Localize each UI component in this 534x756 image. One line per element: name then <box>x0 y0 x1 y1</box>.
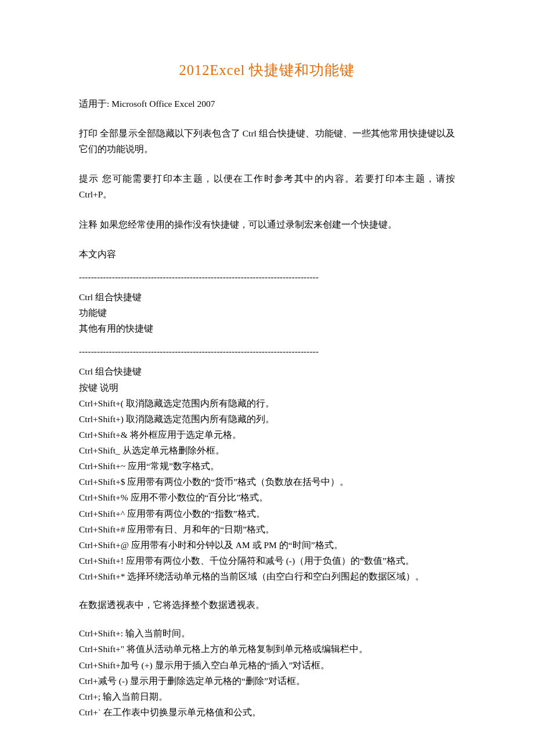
shortcut-row: Ctrl+Shift+) 取消隐藏选定范围内所有隐藏的列。 <box>79 411 455 427</box>
shortcut-row: Ctrl+Shift+# 应用带有日、月和年的“日期”格式。 <box>79 521 455 537</box>
shortcut-row: Ctrl+Shift+& 将外框应用于选定单元格。 <box>79 427 455 442</box>
shortcut-row: Ctrl+` 在工作表中切换显示单元格值和公式。 <box>79 704 455 720</box>
tip-label: 提示 <box>79 174 99 183</box>
intro-paragraph: 打印 全部显示全部隐藏以下列表包含了 Ctrl 组合快捷键、功能键、一些其他常用… <box>79 125 455 157</box>
applies-to: 适用于: Microsoft Office Excel 2007 <box>79 96 455 111</box>
document-title: 2012Excel 快捷键和功能键 <box>79 58 455 83</box>
shortcut-row: Ctrl+Shift+* 选择环绕活动单元格的当前区域（由空白行和空白列围起的数… <box>79 568 455 584</box>
shortcut-row: Ctrl+Shift+: 输入当前时间。 <box>79 625 455 641</box>
section-ctrl-shortcuts: Ctrl 组合快捷键 按键 说明 Ctrl+Shift+( 取消隐藏选定范围内所… <box>79 363 455 584</box>
divider-top: ----------------------------------------… <box>79 269 455 285</box>
toc-item: Ctrl 组合快捷键 <box>79 289 455 305</box>
toc-item: 其他有用的快捷键 <box>79 321 455 336</box>
note-line: 注释 如果您经常使用的操作没有快捷键，可以通过录制宏来创建一个快捷键。 <box>79 217 455 232</box>
note-body: 如果您经常使用的操作没有快捷键，可以通过录制宏来创建一个快捷键。 <box>98 219 397 229</box>
shortcut-row: Ctrl+Shift+~ 应用“常规”数字格式。 <box>79 458 455 474</box>
tip-line: 提示 您可能需要打印本主题，以便在工作时参考其中的内容。若要打印本主题，请按 C… <box>79 171 455 202</box>
note-label: 注释 <box>79 219 98 229</box>
toc-heading: 本文内容 <box>79 246 455 262</box>
section-ctrl-shortcuts-cont: Ctrl+Shift+: 输入当前时间。 Ctrl+Shift+" 将值从活动单… <box>79 625 455 720</box>
shortcut-row: Ctrl+Shift+^ 应用带有两位小数的“指数”格式。 <box>79 506 455 521</box>
divider-bottom: ----------------------------------------… <box>79 343 455 359</box>
shortcut-row: Ctrl+减号 (-) 显示用于删除选定单元格的“删除”对话框。 <box>79 673 455 689</box>
shortcut-row: Ctrl+Shift+( 取消隐藏选定范围内所有隐藏的行。 <box>79 395 455 411</box>
shortcut-row: Ctrl+Shift+! 应用带有两位小数、千位分隔符和减号 (-)（用于负值）… <box>79 553 455 568</box>
shortcut-row: Ctrl+Shift+加号 (+) 显示用于插入空白单元格的“插入”对话框。 <box>79 657 455 673</box>
table-header-row: 按键 说明 <box>79 380 455 395</box>
document-page: 2012Excel 快捷键和功能键 适用于: Microsoft Office … <box>0 0 534 756</box>
shortcut-row: Ctrl+Shift+@ 应用带有小时和分钟以及 AM 或 PM 的“时间”格式… <box>79 537 455 553</box>
toc-list: Ctrl 组合快捷键 功能键 其他有用的快捷键 <box>79 289 455 336</box>
pivot-note: 在数据透视表中，它将选择整个数据透视表。 <box>79 597 455 613</box>
shortcut-row: Ctrl+Shift+$ 应用带有两位小数的“货币”格式（负数放在括号中）。 <box>79 474 455 489</box>
shortcut-row: Ctrl+Shift+% 应用不带小数位的“百分比”格式。 <box>79 489 455 505</box>
shortcut-row: Ctrl+; 输入当前日期。 <box>79 689 455 704</box>
section-heading: Ctrl 组合快捷键 <box>79 363 455 379</box>
tip-body: 您可能需要打印本主题，以便在工作时参考其中的内容。若要打印本主题，请按 Ctrl… <box>79 174 455 199</box>
toc-item: 功能键 <box>79 305 455 321</box>
shortcut-row: Ctrl+Shift_ 从选定单元格删除外框。 <box>79 442 455 458</box>
shortcut-row: Ctrl+Shift+" 将值从活动单元格上方的单元格复制到单元格或编辑栏中。 <box>79 641 455 657</box>
